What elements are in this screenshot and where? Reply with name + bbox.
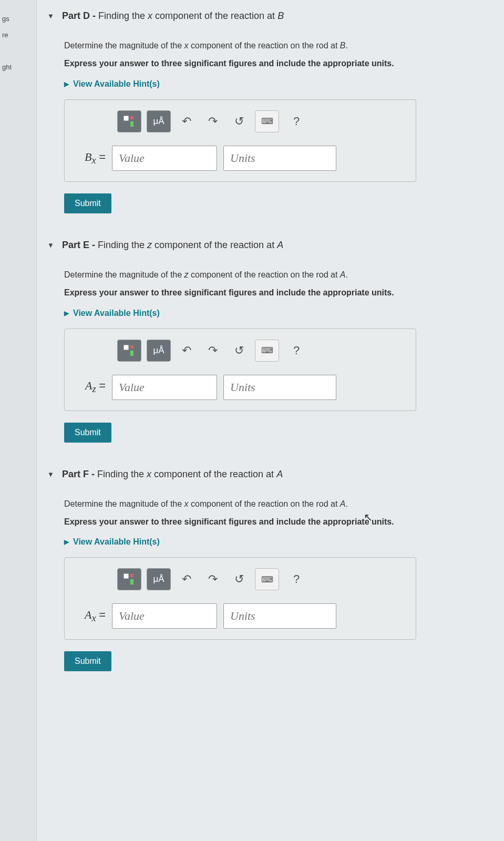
reset-button[interactable]: ↺ <box>229 340 250 362</box>
instruction-text: Express your answer to three significant… <box>64 287 483 299</box>
svg-rect-5 <box>130 351 133 356</box>
input-row: Az = <box>75 375 405 400</box>
templates-button[interactable] <box>117 110 141 132</box>
part-header[interactable]: ▼ Part D - Finding the x component of th… <box>47 11 483 22</box>
sidebar-item[interactable]: re <box>0 27 36 43</box>
reset-button[interactable]: ↺ <box>229 110 250 132</box>
caret-right-icon: ▶ <box>64 310 69 317</box>
instruction-text: Express your answer to three significant… <box>64 516 483 528</box>
answer-box: μÅ ↶ ↷ ↺ ⌨ ? Az = <box>64 329 416 411</box>
undo-button[interactable]: ↶ <box>176 340 197 362</box>
part-e: ▼ Part E - Finding the z component of th… <box>47 240 483 443</box>
submit-button[interactable]: Submit <box>64 651 111 671</box>
svg-rect-0 <box>124 116 128 120</box>
svg-rect-6 <box>124 574 128 578</box>
part-header[interactable]: ▼ Part F - Finding the x component of th… <box>47 469 483 480</box>
units-button[interactable]: μÅ <box>147 110 171 132</box>
part-f: ▼ Part F - Finding the x component of th… <box>47 469 483 672</box>
part-title: Part E - Finding the z component of the … <box>62 240 283 251</box>
instruction-text: Express your answer to three significant… <box>64 58 483 69</box>
redo-button[interactable]: ↷ <box>202 568 223 590</box>
caret-down-icon: ▼ <box>47 12 54 20</box>
question-text: Determine the magnitude of the x compone… <box>64 498 483 510</box>
reset-button[interactable]: ↺ <box>229 568 250 590</box>
variable-label: Az = <box>75 379 106 395</box>
help-button[interactable]: ? <box>284 568 308 590</box>
help-button[interactable]: ? <box>284 110 308 132</box>
redo-button[interactable]: ↷ <box>202 110 223 132</box>
units-button[interactable]: μÅ <box>147 568 171 590</box>
keyboard-button[interactable]: ⌨ <box>255 340 279 362</box>
part-d: ▼ Part D - Finding the x component of th… <box>47 11 483 213</box>
svg-rect-8 <box>130 579 133 584</box>
undo-button[interactable]: ↶ <box>176 568 197 590</box>
toolbar: μÅ ↶ ↷ ↺ ⌨ ? <box>117 340 405 362</box>
main-content: ▼ Part D - Finding the x component of th… <box>37 0 504 841</box>
keyboard-button[interactable]: ⌨ <box>255 568 279 590</box>
view-hints-button[interactable]: ▶ View Available Hint(s) <box>64 537 483 547</box>
svg-rect-7 <box>130 574 133 577</box>
part-title: Part D - Finding the x component of the … <box>62 11 284 22</box>
units-button[interactable]: μÅ <box>147 340 171 362</box>
value-input[interactable] <box>112 146 217 171</box>
question-text: Determine the magnitude of the z compone… <box>64 269 483 281</box>
help-button[interactable]: ? <box>284 340 308 362</box>
question-text: Determine the magnitude of the x compone… <box>64 40 483 52</box>
view-hints-button[interactable]: ▶ View Available Hint(s) <box>64 309 483 318</box>
input-row: Ax = <box>75 603 405 629</box>
caret-down-icon: ▼ <box>47 470 54 478</box>
templates-button[interactable] <box>117 568 141 590</box>
undo-button[interactable]: ↶ <box>176 110 197 132</box>
value-input[interactable] <box>112 603 217 629</box>
units-input[interactable] <box>223 146 336 171</box>
submit-button[interactable]: Submit <box>64 423 111 443</box>
hints-label: View Available Hint(s) <box>73 79 160 89</box>
variable-label: Bx = <box>75 150 106 166</box>
part-header[interactable]: ▼ Part E - Finding the z component of th… <box>47 240 483 251</box>
units-input[interactable] <box>223 603 336 629</box>
toolbar: μÅ ↶ ↷ ↺ ⌨ ? <box>117 110 405 132</box>
hints-label: View Available Hint(s) <box>73 309 160 318</box>
view-hints-button[interactable]: ▶ View Available Hint(s) <box>64 79 483 89</box>
value-input[interactable] <box>112 375 217 400</box>
input-row: Bx = <box>75 146 405 171</box>
toolbar: μÅ ↶ ↷ ↺ ⌨ ? <box>117 568 405 590</box>
redo-button[interactable]: ↷ <box>202 340 223 362</box>
hints-label: View Available Hint(s) <box>73 537 160 547</box>
svg-rect-4 <box>130 345 133 348</box>
caret-down-icon: ▼ <box>47 241 54 249</box>
answer-box: μÅ ↶ ↷ ↺ ⌨ ? Bx = <box>64 99 416 182</box>
sidebar-item[interactable]: gs <box>0 11 36 27</box>
variable-label: Ax = <box>75 608 106 624</box>
units-input[interactable] <box>223 375 336 400</box>
submit-button[interactable]: Submit <box>64 193 111 213</box>
caret-right-icon: ▶ <box>64 80 69 88</box>
svg-rect-1 <box>130 116 133 119</box>
templates-button[interactable] <box>117 340 141 362</box>
svg-rect-3 <box>124 345 128 350</box>
part-title: Part F - Finding the x component of the … <box>62 469 283 480</box>
svg-rect-2 <box>130 121 133 127</box>
answer-box: μÅ ↶ ↷ ↺ ⌨ ? Ax = <box>64 557 416 640</box>
caret-right-icon: ▶ <box>64 538 69 546</box>
sidebar-item[interactable]: ght <box>0 59 36 75</box>
sidebar: gs re ght <box>0 0 37 841</box>
keyboard-button[interactable]: ⌨ <box>255 110 279 132</box>
